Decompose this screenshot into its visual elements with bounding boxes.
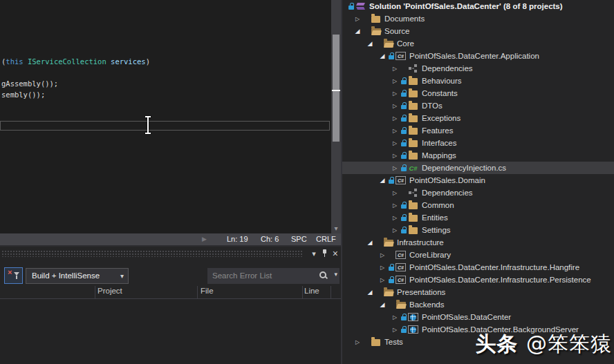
status-spaces-indicator[interactable]: SPC: [291, 235, 307, 243]
expand-arrow-icon[interactable]: ▷: [389, 115, 400, 122]
filter-dropdown[interactable]: Build + IntelliSense: [26, 268, 129, 284]
tree-item[interactable]: ◢PointOfSales.DataCenter.Application: [342, 50, 614, 62]
tree-item[interactable]: ▷Documents: [342, 12, 614, 25]
expand-arrow-icon[interactable]: ▷: [389, 153, 400, 159]
expand-arrow-icon[interactable]: ▷: [389, 202, 400, 209]
tree-item[interactable]: ▷DependencyInjection.cs: [342, 162, 614, 174]
lock-icon: [388, 276, 395, 284]
tree-item[interactable]: ▷Features: [342, 124, 614, 137]
tree-item[interactable]: ▷Constants: [342, 87, 614, 99]
folder-open-icon: [370, 25, 382, 37]
collapse-arrow-icon[interactable]: ◢: [377, 177, 388, 184]
tree-item[interactable]: ▷Mappings: [342, 149, 614, 162]
dependencies-icon: [407, 62, 419, 75]
panel-drag-grip[interactable]: [1, 250, 304, 257]
tree-item[interactable]: ▷Dependencies: [342, 62, 614, 75]
tree-item[interactable]: ◢Core: [342, 37, 614, 50]
search-options-arrow-icon[interactable]: [334, 271, 337, 278]
code-area[interactable]: (this IServiceCollection services)gAssem…: [1, 56, 150, 100]
collapse-arrow-icon[interactable]: ◢: [377, 52, 388, 59]
tree-item-label: Interfaces: [422, 139, 457, 147]
filter-dropdown-label: Build + IntelliSense: [32, 271, 100, 280]
tree-item-label: PointOfSales.DataCenter.Application: [409, 52, 539, 60]
tree-item[interactable]: ▷PointOfSales.DataCenter.Infrastructure.…: [342, 261, 614, 274]
expand-arrow-icon[interactable]: ▷: [352, 339, 363, 345]
tree-item-label: Presentations: [397, 288, 445, 296]
tree-item[interactable]: ◢Presentations: [342, 286, 614, 298]
solution-tree: Solution 'PointOfSales.DataCenter' (8 of…: [342, 0, 614, 348]
chevron-down-icon: [120, 269, 124, 283]
expand-arrow-icon[interactable]: ▷: [352, 16, 363, 22]
tree-item[interactable]: ◢Infrastructure: [342, 236, 614, 249]
expand-arrow-icon[interactable]: ▷: [377, 265, 388, 271]
search-input[interactable]: [207, 268, 318, 282]
tree-item[interactable]: ▷CoreLibrary: [342, 249, 614, 261]
tree-item[interactable]: ▷PointOfSales.DataCenter.Infrastructure.…: [342, 274, 614, 286]
expand-arrow-icon[interactable]: ▷: [389, 140, 400, 146]
tree-item[interactable]: ◢Backends: [342, 298, 614, 311]
folder-open-icon: [382, 286, 394, 298]
expand-arrow-icon[interactable]: ▷: [389, 128, 400, 134]
error-filter-button[interactable]: [4, 267, 23, 284]
tree-item[interactable]: ▷Dependencies: [342, 186, 614, 199]
tree-item[interactable]: ▷PointOfSales.DataCenter: [342, 311, 614, 323]
scroll-right-icon[interactable]: [202, 236, 207, 242]
code-line: gAssembly());: [1, 78, 150, 89]
scrollbar-down-arrow-icon[interactable]: [331, 225, 341, 232]
column-header-line[interactable]: Line: [304, 287, 319, 295]
collapse-arrow-icon[interactable]: ◢: [364, 239, 375, 246]
tree-item[interactable]: ◢Source: [342, 25, 614, 37]
expand-arrow-icon[interactable]: ▷: [389, 78, 400, 84]
tree-item[interactable]: ◢PointOfSales.Domain: [342, 174, 614, 186]
folder-icon: [370, 336, 382, 348]
tree-item[interactable]: ▷Entities: [342, 211, 614, 224]
ibeam-cursor: [145, 116, 151, 134]
column-header-project[interactable]: Project: [97, 287, 122, 295]
lock-icon: [400, 214, 407, 222]
tree-item[interactable]: Solution 'PointOfSales.DataCenter' (8 of…: [342, 0, 614, 12]
expand-arrow-icon[interactable]: ▷: [377, 252, 388, 258]
expand-arrow-icon[interactable]: ▷: [389, 314, 400, 320]
tree-item-label: Constants: [422, 89, 458, 97]
search-icon[interactable]: [319, 271, 328, 280]
tree-item[interactable]: ▷Settings: [342, 224, 614, 236]
pin-icon[interactable]: [321, 249, 328, 258]
editor-status-bar: Ln: 19 Ch: 6 SPC CRLF: [0, 233, 341, 245]
expand-arrow-icon[interactable]: ▷: [389, 103, 400, 109]
error-list-header: Project File Line: [0, 286, 341, 298]
expand-arrow-icon[interactable]: ▷: [389, 190, 400, 196]
tree-item[interactable]: ▷Exceptions: [342, 112, 614, 124]
tree-item-label: PointOfSales.Domain: [409, 176, 485, 184]
expand-arrow-icon[interactable]: ▷: [389, 165, 400, 171]
error-list-body[interactable]: [0, 299, 341, 364]
editor-vertical-scrollbar[interactable]: [331, 0, 341, 233]
tree-item[interactable]: ▷Common: [342, 199, 614, 211]
column-header-file[interactable]: File: [201, 287, 214, 295]
tree-item[interactable]: ▷Behaviours: [342, 75, 614, 87]
code-line: (this IServiceCollection services): [1, 56, 150, 67]
tree-item-label: Entities: [422, 213, 448, 222]
tree-item-label: Behaviours: [422, 77, 462, 85]
collapse-arrow-icon[interactable]: ◢: [352, 28, 363, 35]
csharp-project-icon: [395, 50, 407, 62]
code-editor[interactable]: (this IServiceCollection services)gAssem…: [0, 0, 341, 233]
tree-item[interactable]: ▷Interfaces: [342, 137, 614, 149]
collapse-arrow-icon[interactable]: ◢: [377, 301, 388, 308]
status-line-ending-indicator[interactable]: CRLF: [316, 235, 336, 243]
window-position-menu-icon[interactable]: [312, 249, 316, 258]
expand-arrow-icon[interactable]: ▷: [389, 327, 400, 333]
collapse-arrow-icon[interactable]: ◢: [364, 40, 375, 47]
folder-icon: [407, 199, 419, 211]
expand-arrow-icon[interactable]: ▷: [389, 90, 400, 97]
expand-arrow-icon[interactable]: ▷: [389, 215, 400, 221]
expand-arrow-icon[interactable]: ▷: [389, 66, 400, 72]
expand-arrow-icon[interactable]: ▷: [377, 277, 388, 283]
tree-item-label: Core: [397, 39, 414, 48]
expand-arrow-icon[interactable]: ▷: [389, 227, 400, 233]
tree-item-label: Source: [384, 27, 409, 35]
tree-item[interactable]: ▷DTOs: [342, 99, 614, 112]
scrollbar-thumb[interactable]: [333, 35, 339, 142]
collapse-arrow-icon[interactable]: ◢: [364, 289, 375, 296]
close-icon[interactable]: [333, 249, 338, 258]
lock-icon: [400, 164, 407, 172]
